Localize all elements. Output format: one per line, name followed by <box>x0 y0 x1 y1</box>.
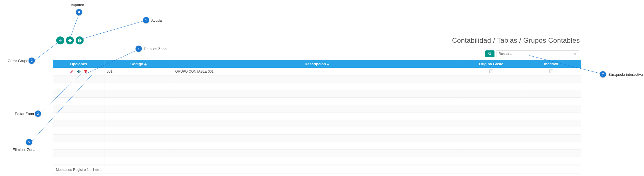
sort-icon: ◆ <box>327 63 329 66</box>
col-header-codigo[interactable]: Código◆ <box>104 60 173 68</box>
search-button[interactable] <box>485 50 494 57</box>
callout-6: 6 <box>76 9 82 15</box>
callout-5: 5 <box>26 139 32 145</box>
callout-2: 2 <box>29 58 35 64</box>
question-icon <box>77 38 82 43</box>
col-header-origina-gasto-label: Origina Gasto <box>479 62 504 66</box>
callout-4: 4 <box>136 46 142 52</box>
table-row-empty <box>53 149 581 157</box>
cell-descripcion: GRUPO CONTABLE 001 <box>173 68 461 75</box>
callout-3-label: Editar Zona <box>15 112 34 116</box>
table-row-empty <box>53 120 581 127</box>
callout-5-label: Eliminar Zona <box>13 148 35 152</box>
col-header-inactivo-label: Inactivo <box>544 62 558 66</box>
grid-footer: Mostrando Registro 1 a 1 de 1 <box>53 166 581 173</box>
col-header-descripcion-label: Descripción <box>305 62 326 66</box>
callout-7: 7 <box>600 71 606 77</box>
table-row-empty <box>53 134 581 142</box>
table-row-empty <box>53 97 581 105</box>
view-row-button[interactable] <box>77 69 81 73</box>
create-group-button[interactable] <box>56 36 64 44</box>
callout-4-label: Detalles Zona <box>144 47 167 51</box>
table-row-empty <box>53 127 581 134</box>
callout-7-label: Búsqueda interactiva <box>608 72 643 77</box>
table-row-empty <box>53 90 581 97</box>
search-icon <box>488 52 492 56</box>
callout-2-label: Crear Grupo <box>8 59 28 63</box>
callout-1-label: Ayuda <box>151 18 162 22</box>
svg-line-2 <box>80 21 145 39</box>
col-header-opciones[interactable]: Opciones <box>53 60 104 68</box>
cell-inactivo-checkbox[interactable] <box>549 69 553 73</box>
table-row[interactable]: 001GRUPO CONTABLE 001 <box>53 68 581 75</box>
col-header-origina-gasto[interactable]: Origina Gasto <box>461 60 521 68</box>
cell-codigo: 001 <box>104 68 173 75</box>
col-header-opciones-label: Opciones <box>70 62 87 66</box>
cell-origina-gasto-checkbox[interactable] <box>489 69 493 73</box>
callout-6-label: Imprimir <box>71 3 84 7</box>
svg-line-1 <box>70 13 79 37</box>
table-row-empty <box>53 105 581 112</box>
table-row-empty <box>53 83 581 90</box>
table-row-empty <box>53 142 581 149</box>
table-row-empty <box>53 75 581 83</box>
table-row-empty <box>53 112 581 120</box>
breadcrumb: Contabilidad / Tablas / Grupos Contables <box>452 36 580 44</box>
edit-row-button[interactable] <box>70 69 74 73</box>
table-row-empty <box>53 157 581 164</box>
data-grid: Opciones Código◆ Descripción◆ Origina Ga… <box>53 60 581 172</box>
col-header-inactivo[interactable]: Inactivo <box>521 60 581 68</box>
print-button[interactable] <box>66 36 74 44</box>
print-icon <box>68 38 72 43</box>
col-header-codigo-label: Código <box>130 62 143 66</box>
delete-row-button[interactable] <box>84 69 88 73</box>
plus-icon <box>58 38 62 43</box>
callout-3: 3 <box>35 110 41 117</box>
search-input[interactable] <box>496 50 579 57</box>
col-header-descripcion[interactable]: Descripción◆ <box>173 60 461 68</box>
sort-icon: ◆ <box>144 63 147 66</box>
callout-1: 1 <box>143 17 149 23</box>
help-button[interactable] <box>76 36 84 44</box>
